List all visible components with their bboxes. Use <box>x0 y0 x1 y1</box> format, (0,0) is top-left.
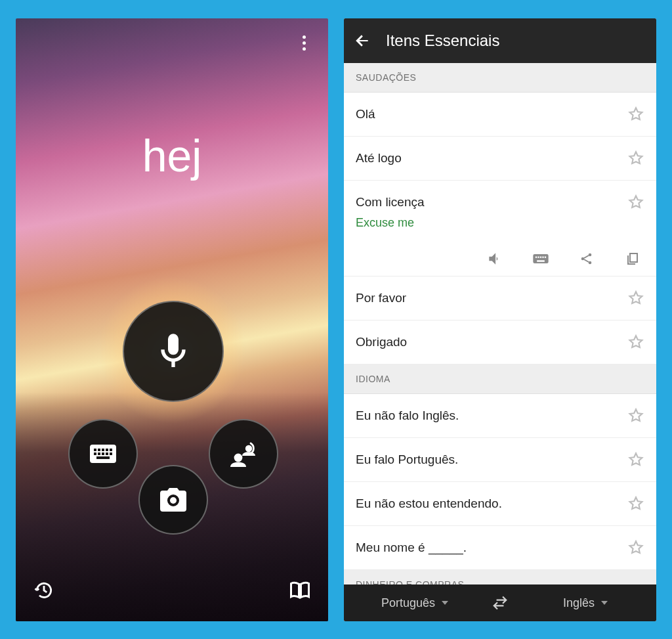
phrase-label: Obrigado <box>356 335 407 349</box>
camera-input-button[interactable] <box>138 465 208 535</box>
copy-icon <box>625 251 640 267</box>
phrase-row-nao-falo[interactable]: Eu não falo Inglês. <box>344 394 656 438</box>
overflow-menu-button[interactable] <box>294 33 314 53</box>
phrase-label: Com licença <box>356 195 425 209</box>
chevron-down-icon <box>442 601 448 605</box>
language-bar: Português Inglês <box>344 584 656 621</box>
voice-input-button[interactable] <box>123 301 224 402</box>
phrase-list: SAUDAÇÕES Olá Até logo Com licença Excus… <box>344 63 656 584</box>
copy-button[interactable] <box>623 250 642 268</box>
section-header-language: IDIOMA <box>344 364 656 394</box>
phrasebook-screen: Itens Essenciais SAUDAÇÕES Olá Até logo … <box>344 18 656 621</box>
target-language-selector[interactable]: Inglês <box>514 596 656 610</box>
keyboard-input-button[interactable] <box>68 419 138 489</box>
svg-point-0 <box>234 454 243 462</box>
phrasebook-button[interactable] <box>286 577 314 604</box>
translator-home-screen: hej <box>16 18 328 621</box>
conversation-button[interactable] <box>209 419 278 489</box>
favorite-toggle[interactable] <box>627 495 644 512</box>
history-icon <box>33 579 55 602</box>
phrase-label: Eu não estou entendendo. <box>356 496 502 511</box>
target-language-label: Inglês <box>563 596 595 610</box>
phrase-row-nao-entendo[interactable]: Eu não estou entendendo. <box>344 482 656 526</box>
phrase-label: Eu falo Português. <box>356 452 458 467</box>
favorite-toggle[interactable] <box>627 539 644 556</box>
back-button[interactable] <box>353 32 371 50</box>
phrase-actions <box>344 238 656 276</box>
type-button[interactable] <box>532 250 550 268</box>
keyboard-icon <box>532 250 550 268</box>
svg-point-4 <box>589 261 592 265</box>
phrase-translation: Excuse me <box>356 211 644 230</box>
phrase-label: Por favor <box>356 291 406 305</box>
camera-icon <box>158 484 189 516</box>
dot-icon <box>303 47 306 51</box>
arrow-left-icon <box>354 32 371 49</box>
speak-button[interactable] <box>486 250 504 268</box>
favorite-toggle[interactable] <box>627 334 644 351</box>
dot-icon <box>303 35 306 39</box>
page-title: Itens Essenciais <box>386 32 499 50</box>
phrase-row-com-licenca[interactable]: Com licença Excuse me <box>344 181 656 238</box>
share-icon <box>579 251 595 267</box>
phrase-label: Meu nome é _____. <box>356 540 467 555</box>
history-button[interactable] <box>30 577 58 604</box>
phrase-row-ate-logo[interactable]: Até logo <box>344 137 656 181</box>
phrase-row-falo[interactable]: Eu falo Português. <box>344 438 656 482</box>
phrase-label: Olá <box>356 107 375 121</box>
share-button[interactable] <box>578 250 596 268</box>
favorite-toggle[interactable] <box>627 407 644 424</box>
swap-languages-button[interactable] <box>486 594 514 611</box>
section-header-greetings: SAUDAÇÕES <box>344 63 656 93</box>
svg-point-2 <box>581 257 585 261</box>
svg-point-1 <box>245 445 252 452</box>
phrase-row-obrigado[interactable]: Obrigado <box>344 320 656 364</box>
source-language-selector[interactable]: Português <box>344 596 486 610</box>
favorite-toggle[interactable] <box>627 106 644 123</box>
greeting-word: hej <box>16 130 328 181</box>
chevron-down-icon <box>601 601 608 605</box>
conversation-icon <box>228 438 259 470</box>
dot-icon <box>303 41 306 45</box>
source-language-label: Português <box>381 596 435 610</box>
favorite-toggle[interactable] <box>627 290 644 307</box>
phrase-label: Até logo <box>356 151 402 165</box>
svg-point-3 <box>589 253 592 257</box>
phrase-label: Eu não falo Inglês. <box>356 408 459 423</box>
favorite-toggle[interactable] <box>627 451 644 468</box>
phrase-row-meu-nome[interactable]: Meu nome é _____. <box>344 526 656 570</box>
book-icon <box>288 579 312 602</box>
phrase-row-por-favor[interactable]: Por favor <box>344 276 656 320</box>
microphone-icon <box>152 330 194 372</box>
favorite-toggle[interactable] <box>627 150 644 167</box>
phrase-row-ola[interactable]: Olá <box>344 93 656 137</box>
swap-icon <box>492 594 509 611</box>
app-bar: Itens Essenciais <box>344 18 656 63</box>
section-header-money: DINHEIRO E COMPRAS <box>344 570 656 584</box>
keyboard-icon <box>87 438 119 470</box>
speaker-icon <box>486 250 503 267</box>
favorite-toggle[interactable] <box>627 194 644 211</box>
